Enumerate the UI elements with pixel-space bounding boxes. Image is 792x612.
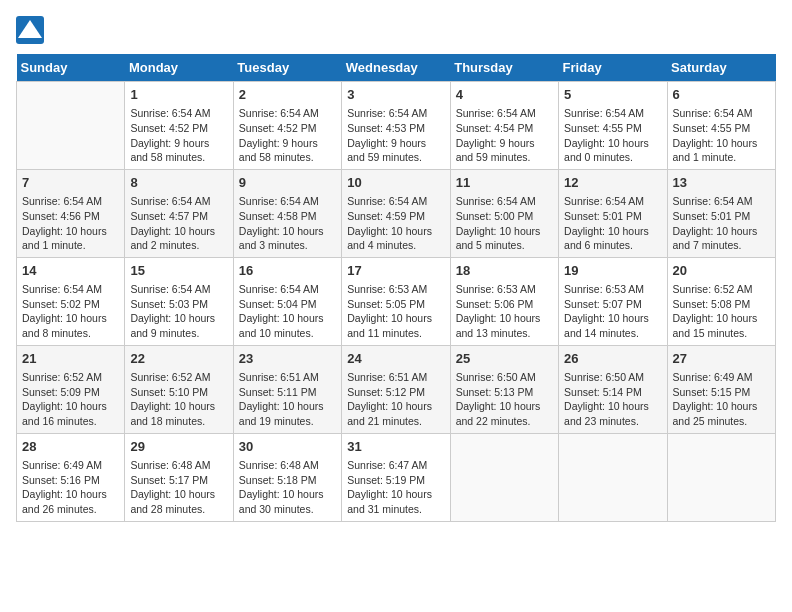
day-info-line: Daylight: 10 hours	[130, 224, 227, 239]
day-number: 22	[130, 350, 227, 368]
calendar-cell: 2Sunrise: 6:54 AMSunset: 4:52 PMDaylight…	[233, 82, 341, 170]
day-info-line: and 8 minutes.	[22, 326, 119, 341]
day-info-line: Sunrise: 6:50 AM	[564, 370, 661, 385]
day-info-line: and 59 minutes.	[347, 150, 444, 165]
day-info-line: and 7 minutes.	[673, 238, 770, 253]
day-info-line: and 10 minutes.	[239, 326, 336, 341]
day-info-line: Sunrise: 6:49 AM	[22, 458, 119, 473]
day-number: 13	[673, 174, 770, 192]
day-info-line: Sunrise: 6:50 AM	[456, 370, 553, 385]
day-info-line: and 21 minutes.	[347, 414, 444, 429]
day-info-line: Sunset: 4:55 PM	[673, 121, 770, 136]
day-number: 20	[673, 262, 770, 280]
calendar-cell: 6Sunrise: 6:54 AMSunset: 4:55 PMDaylight…	[667, 82, 775, 170]
day-info-line: Sunrise: 6:47 AM	[347, 458, 444, 473]
day-info-line: Sunset: 5:19 PM	[347, 473, 444, 488]
calendar-cell: 31Sunrise: 6:47 AMSunset: 5:19 PMDayligh…	[342, 433, 450, 521]
day-info-line: Daylight: 10 hours	[22, 224, 119, 239]
day-info-line: and 0 minutes.	[564, 150, 661, 165]
calendar-cell: 4Sunrise: 6:54 AMSunset: 4:54 PMDaylight…	[450, 82, 558, 170]
day-info-line: Sunrise: 6:54 AM	[673, 106, 770, 121]
day-number: 8	[130, 174, 227, 192]
day-info-line: Daylight: 10 hours	[347, 399, 444, 414]
day-info-line: Daylight: 10 hours	[564, 399, 661, 414]
calendar-cell: 7Sunrise: 6:54 AMSunset: 4:56 PMDaylight…	[17, 169, 125, 257]
day-info-line: and 16 minutes.	[22, 414, 119, 429]
day-number: 9	[239, 174, 336, 192]
day-info-line: Daylight: 10 hours	[347, 487, 444, 502]
calendar-cell: 30Sunrise: 6:48 AMSunset: 5:18 PMDayligh…	[233, 433, 341, 521]
day-info-line: Sunrise: 6:54 AM	[239, 282, 336, 297]
day-info-line: Sunset: 5:02 PM	[22, 297, 119, 312]
calendar-cell: 17Sunrise: 6:53 AMSunset: 5:05 PMDayligh…	[342, 257, 450, 345]
day-number: 6	[673, 86, 770, 104]
day-info-line: Daylight: 9 hours	[456, 136, 553, 151]
day-number: 17	[347, 262, 444, 280]
weekday-header: Monday	[125, 54, 233, 82]
day-number: 4	[456, 86, 553, 104]
day-info-line: Sunrise: 6:54 AM	[239, 194, 336, 209]
day-info-line: and 2 minutes.	[130, 238, 227, 253]
day-info-line: Sunset: 4:57 PM	[130, 209, 227, 224]
day-info-line: Daylight: 9 hours	[239, 136, 336, 151]
day-info-line: Sunset: 5:16 PM	[22, 473, 119, 488]
calendar-cell: 18Sunrise: 6:53 AMSunset: 5:06 PMDayligh…	[450, 257, 558, 345]
day-info-line: Sunset: 5:06 PM	[456, 297, 553, 312]
day-info-line: and 9 minutes.	[130, 326, 227, 341]
day-info-line: Daylight: 10 hours	[130, 399, 227, 414]
day-info-line: and 59 minutes.	[456, 150, 553, 165]
day-number: 19	[564, 262, 661, 280]
day-info-line: Sunset: 5:05 PM	[347, 297, 444, 312]
day-info-line: Sunset: 5:14 PM	[564, 385, 661, 400]
day-info-line: Sunset: 4:53 PM	[347, 121, 444, 136]
day-info-line: Sunset: 5:13 PM	[456, 385, 553, 400]
calendar-week-row: 14Sunrise: 6:54 AMSunset: 5:02 PMDayligh…	[17, 257, 776, 345]
day-info-line: and 26 minutes.	[22, 502, 119, 517]
day-number: 11	[456, 174, 553, 192]
day-info-line: Sunrise: 6:51 AM	[347, 370, 444, 385]
day-info-line: Sunrise: 6:51 AM	[239, 370, 336, 385]
day-info-line: Sunrise: 6:48 AM	[130, 458, 227, 473]
day-info-line: Sunrise: 6:54 AM	[130, 282, 227, 297]
calendar-cell: 21Sunrise: 6:52 AMSunset: 5:09 PMDayligh…	[17, 345, 125, 433]
day-info-line: Sunrise: 6:48 AM	[239, 458, 336, 473]
calendar-cell: 26Sunrise: 6:50 AMSunset: 5:14 PMDayligh…	[559, 345, 667, 433]
day-info-line: Sunrise: 6:53 AM	[456, 282, 553, 297]
day-info-line: Daylight: 10 hours	[564, 136, 661, 151]
day-info-line: Sunrise: 6:52 AM	[22, 370, 119, 385]
day-info-line: and 31 minutes.	[347, 502, 444, 517]
calendar-cell: 11Sunrise: 6:54 AMSunset: 5:00 PMDayligh…	[450, 169, 558, 257]
day-info-line: Sunset: 5:11 PM	[239, 385, 336, 400]
day-info-line: Sunrise: 6:54 AM	[564, 106, 661, 121]
day-info-line: Sunset: 5:01 PM	[564, 209, 661, 224]
day-info-line: Sunset: 5:01 PM	[673, 209, 770, 224]
day-number: 30	[239, 438, 336, 456]
day-number: 1	[130, 86, 227, 104]
day-number: 3	[347, 86, 444, 104]
weekday-header: Tuesday	[233, 54, 341, 82]
calendar-cell: 8Sunrise: 6:54 AMSunset: 4:57 PMDaylight…	[125, 169, 233, 257]
day-info-line: Sunset: 4:54 PM	[456, 121, 553, 136]
calendar-cell: 20Sunrise: 6:52 AMSunset: 5:08 PMDayligh…	[667, 257, 775, 345]
calendar-cell: 24Sunrise: 6:51 AMSunset: 5:12 PMDayligh…	[342, 345, 450, 433]
calendar-cell	[450, 433, 558, 521]
day-info-line: Sunrise: 6:54 AM	[130, 194, 227, 209]
calendar-cell: 13Sunrise: 6:54 AMSunset: 5:01 PMDayligh…	[667, 169, 775, 257]
calendar-cell	[17, 82, 125, 170]
day-info-line: Sunset: 5:03 PM	[130, 297, 227, 312]
day-number: 25	[456, 350, 553, 368]
day-number: 26	[564, 350, 661, 368]
day-info-line: and 23 minutes.	[564, 414, 661, 429]
calendar-table: SundayMondayTuesdayWednesdayThursdayFrid…	[16, 54, 776, 522]
day-info-line: and 28 minutes.	[130, 502, 227, 517]
day-number: 24	[347, 350, 444, 368]
day-info-line: Sunrise: 6:54 AM	[130, 106, 227, 121]
day-info-line: Sunrise: 6:49 AM	[673, 370, 770, 385]
day-number: 12	[564, 174, 661, 192]
calendar-cell: 12Sunrise: 6:54 AMSunset: 5:01 PMDayligh…	[559, 169, 667, 257]
day-number: 27	[673, 350, 770, 368]
day-info-line: Sunrise: 6:54 AM	[347, 194, 444, 209]
day-info-line: Daylight: 10 hours	[239, 487, 336, 502]
day-info-line: Daylight: 10 hours	[239, 224, 336, 239]
day-info-line: and 3 minutes.	[239, 238, 336, 253]
